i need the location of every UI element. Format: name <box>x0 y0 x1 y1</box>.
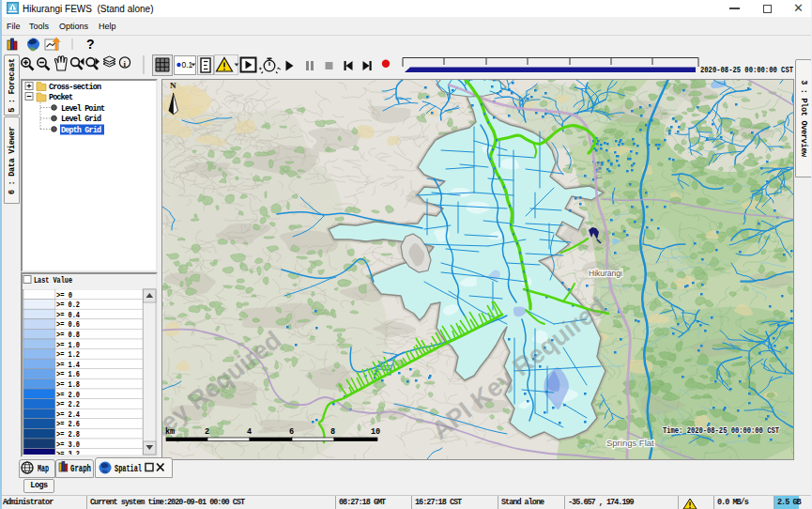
svg-text:Pocket: Pocket <box>49 93 73 102</box>
svg-text:>= 2.8: >= 2.8 <box>56 430 80 440</box>
svg-text:>= 2.4: >= 2.4 <box>56 410 80 420</box>
svg-text:10: 10 <box>371 427 380 437</box>
svg-text:>= 2.0: >= 2.0 <box>56 391 80 400</box>
svg-text:Depth Grid: Depth Grid <box>61 126 101 135</box>
svg-text:>= 2.2: >= 2.2 <box>56 400 80 409</box>
svg-text:>= 1.0: >= 1.0 <box>56 341 80 350</box>
svg-text:>= 0.6: >= 0.6 <box>56 320 80 330</box>
svg-text:km: km <box>165 427 175 437</box>
svg-text:Level Grid: Level Grid <box>61 115 101 124</box>
svg-text:>= 0: >= 0 <box>56 291 72 301</box>
svg-text:8: 8 <box>330 427 335 437</box>
svg-text:Time: 2020-08-25 00:00:00 CST: Time: 2020-08-25 00:00:00 CST <box>663 425 779 436</box>
svg-text:0.1: 0.1 <box>182 60 193 69</box>
svg-text:Spatial: Spatial <box>115 464 142 474</box>
svg-text:>= 1.4: >= 1.4 <box>56 361 80 370</box>
svg-text:Last Value: Last Value <box>34 276 72 285</box>
svg-text:?: ? <box>86 37 95 52</box>
svg-text:N: N <box>170 81 176 90</box>
svg-text:>= 0.4: >= 0.4 <box>56 311 80 320</box>
svg-text:i: i <box>124 59 127 69</box>
svg-text:Springs Flat: Springs Flat <box>606 438 654 448</box>
svg-text:Level Point: Level Point <box>61 104 105 114</box>
svg-text:4: 4 <box>247 427 252 437</box>
svg-text:Map: Map <box>38 464 49 474</box>
svg-text:>= 1.2: >= 1.2 <box>56 350 80 360</box>
svg-text:>= 1.8: >= 1.8 <box>56 380 80 390</box>
svg-text:>= 1.6: >= 1.6 <box>56 370 80 379</box>
svg-text:>= 0.8: >= 0.8 <box>56 331 80 340</box>
svg-text:>= 2.6: >= 2.6 <box>56 420 80 429</box>
svg-text:6: 6 <box>289 427 294 437</box>
svg-text:SH 1: SH 1 <box>593 162 604 181</box>
svg-text:Hikurangi: Hikurangi <box>589 269 622 278</box>
svg-text:>= 0.2: >= 0.2 <box>56 301 80 310</box>
svg-text:>= 3.0: >= 3.0 <box>56 440 80 450</box>
svg-text:Graph: Graph <box>70 464 91 474</box>
svg-text:2020-08-25 00:00:00 CST: 2020-08-25 00:00:00 CST <box>700 65 793 75</box>
svg-text:Cross-section: Cross-section <box>49 83 101 92</box>
svg-text:2: 2 <box>205 427 209 437</box>
